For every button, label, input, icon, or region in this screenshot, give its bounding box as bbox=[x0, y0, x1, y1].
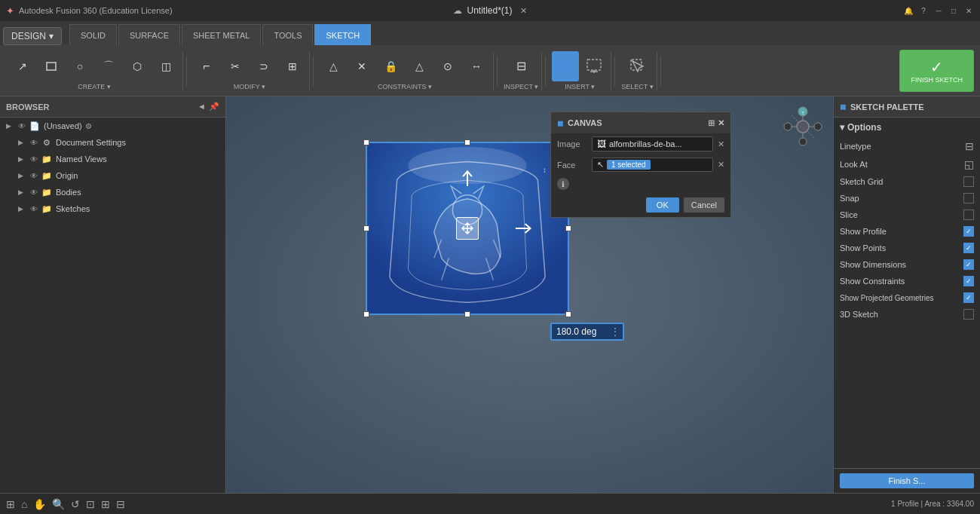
sketch-grid-checkbox[interactable] bbox=[963, 176, 974, 187]
inspect-label[interactable]: INSPECT ▾ bbox=[504, 83, 538, 90]
extend-tool[interactable]: ⊃ bbox=[250, 51, 277, 81]
notification-icon[interactable]: 🔔 bbox=[903, 5, 914, 16]
palette-finish-btn[interactable]: Finish S... bbox=[840, 473, 974, 488]
eye-icon[interactable]: 👁 bbox=[30, 139, 38, 147]
line-tool[interactable]: ↗ bbox=[9, 51, 36, 81]
zoom-icon[interactable]: 🔍 bbox=[52, 498, 65, 510]
eye-icon[interactable]: 👁 bbox=[30, 188, 38, 197]
coincident-tool[interactable]: △ bbox=[320, 51, 347, 81]
fillet-tool[interactable]: ⌐ bbox=[193, 51, 220, 81]
tab-tools[interactable]: TOOLS bbox=[262, 24, 313, 45]
handle-tl[interactable] bbox=[363, 139, 369, 145]
design-dropdown[interactable]: DESIGN ▾ bbox=[3, 27, 62, 45]
home-icon[interactable]: ⌂ bbox=[21, 498, 27, 510]
constraints-label[interactable]: CONSTRAINTS ▾ bbox=[378, 83, 432, 90]
show-dimensions-checkbox[interactable] bbox=[963, 259, 974, 270]
dimension-tool[interactable]: ↔ bbox=[463, 51, 490, 81]
handle-bl[interactable] bbox=[363, 311, 369, 317]
browser-collapse-icon[interactable]: ◄ bbox=[198, 102, 206, 112]
snap-checkbox[interactable] bbox=[963, 193, 974, 203]
unsaved-settings-icon[interactable]: ⚙ bbox=[85, 122, 92, 130]
move-handle[interactable] bbox=[456, 217, 479, 240]
canvas-image-container[interactable]: ↕ bbox=[366, 142, 569, 315]
tab-surface[interactable]: SURFACE bbox=[118, 24, 180, 45]
grid-icon[interactable]: ⊡ bbox=[86, 498, 95, 510]
tangent-tool[interactable]: △ bbox=[406, 51, 433, 81]
help-icon[interactable]: ? bbox=[918, 5, 929, 16]
cancel-button[interactable]: Cancel bbox=[684, 197, 724, 213]
eye-icon[interactable]: 👁 bbox=[30, 172, 38, 180]
face-clear-icon[interactable]: ✕ bbox=[718, 160, 724, 170]
show-projected-checkbox[interactable] bbox=[963, 292, 974, 303]
show-constraints-checkbox[interactable] bbox=[963, 276, 974, 286]
selected-badge: 1 selected bbox=[607, 160, 651, 170]
degree-menu-icon[interactable]: ⋮ bbox=[608, 326, 623, 337]
handle-left[interactable] bbox=[363, 225, 369, 231]
image-clear-icon[interactable]: ✕ bbox=[718, 139, 724, 149]
circle-tool[interactable]: ○ bbox=[66, 51, 93, 81]
lock-tool[interactable]: 🔒 bbox=[377, 51, 404, 81]
mirror-tool[interactable]: ⊞ bbox=[279, 51, 306, 81]
insert-label[interactable]: INSERT ▾ bbox=[565, 83, 595, 90]
eye-icon[interactable]: 👁 bbox=[18, 122, 26, 130]
close-tab-icon[interactable]: ✕ bbox=[520, 6, 527, 16]
browser-item-named-views[interactable]: ▶ 👁 📁 Named Views bbox=[0, 151, 225, 167]
offset-tool[interactable]: ◫ bbox=[152, 51, 179, 81]
insert-image-tool[interactable] bbox=[552, 51, 579, 81]
polygon-tool[interactable]: ⬡ bbox=[124, 51, 151, 81]
nav-cube-icon[interactable]: ⊞ bbox=[6, 498, 15, 510]
tab-sketch[interactable]: SKETCH bbox=[314, 24, 371, 45]
select-tool[interactable] bbox=[624, 51, 651, 81]
create-label[interactable]: CREATE ▾ bbox=[78, 83, 110, 90]
pan-icon[interactable]: ✋ bbox=[33, 498, 46, 510]
show-profile-checkbox[interactable] bbox=[963, 226, 974, 237]
equal-tool[interactable]: ⊙ bbox=[434, 51, 461, 81]
trim-tool[interactable]: ✂ bbox=[222, 51, 249, 81]
image-input[interactable]: 🖼 alfombrillas-de-ba... bbox=[592, 136, 713, 151]
finish-sketch-btn[interactable]: ✓ FINISH SKETCH bbox=[899, 50, 974, 92]
orbit-icon[interactable]: ↺ bbox=[71, 498, 80, 510]
look-at-icon[interactable]: ◱ bbox=[964, 158, 974, 170]
tab-solid[interactable]: SOLID bbox=[69, 24, 117, 45]
slice-checkbox[interactable] bbox=[963, 210, 974, 220]
close-btn[interactable]: ✕ bbox=[963, 5, 974, 16]
insert-dxf-tool[interactable] bbox=[580, 51, 608, 81]
select-label[interactable]: SELECT ▾ bbox=[621, 83, 653, 90]
eye-icon[interactable]: 👁 bbox=[30, 155, 38, 164]
browser-item-unsaved[interactable]: ▶ 👁 📄 (Unsaved) ⚙ bbox=[0, 118, 225, 134]
browser-item-bodies[interactable]: ▶ 👁 📁 Bodies bbox=[0, 184, 225, 200]
ok-button[interactable]: OK bbox=[646, 197, 679, 213]
collinear-tool[interactable]: ✕ bbox=[348, 51, 375, 81]
minimize-btn[interactable]: ─ bbox=[933, 5, 944, 16]
face-input[interactable]: ↖ 1 selected bbox=[592, 158, 713, 172]
view-gizmo[interactable]: T bbox=[780, 104, 825, 179]
handle-br[interactable] bbox=[565, 311, 571, 317]
canvas-area[interactable]: ↕ ◼ CANVAS ⊞ ✕ Image 🖼 alfombrillas-de-b… bbox=[226, 96, 833, 493]
dialog-expand-icon[interactable]: ⊞ bbox=[708, 118, 715, 128]
handle-right[interactable] bbox=[565, 225, 571, 231]
modify-group: ⌐ ✂ ⊃ ⊞ MODIFY ▾ bbox=[190, 51, 310, 90]
info-icon[interactable]: ℹ bbox=[557, 178, 569, 190]
view-icon[interactable]: ⊞ bbox=[101, 498, 110, 510]
handle-top[interactable] bbox=[464, 139, 470, 145]
browser-item-sketches[interactable]: ▶ 👁 📁 Sketches bbox=[0, 200, 225, 217]
arrow-icon: ▶ bbox=[18, 205, 27, 213]
degree-field[interactable] bbox=[552, 324, 605, 339]
rect-tool[interactable] bbox=[38, 51, 65, 81]
eye-icon[interactable]: 👁 bbox=[30, 205, 38, 213]
3d-sketch-checkbox[interactable] bbox=[963, 309, 974, 320]
browser-item-doc-settings[interactable]: ▶ 👁 ⚙ Document Settings bbox=[0, 134, 225, 151]
display-icon[interactable]: ⊟ bbox=[116, 498, 125, 510]
modify-label[interactable]: MODIFY ▾ bbox=[234, 83, 265, 90]
measure-tool[interactable]: ⊟ bbox=[507, 51, 534, 81]
arc-tool[interactable]: ⌒ bbox=[95, 51, 122, 81]
browser-pin-icon[interactable]: 📌 bbox=[209, 102, 219, 112]
options-title[interactable]: ▾ Options bbox=[840, 122, 974, 133]
tab-sheet-metal[interactable]: SHEET METAL bbox=[182, 24, 261, 45]
handle-bottom[interactable] bbox=[464, 311, 470, 317]
browser-item-origin[interactable]: ▶ 👁 📁 Origin bbox=[0, 167, 225, 184]
linetype-icon[interactable]: ⊟ bbox=[965, 140, 974, 152]
maximize-btn[interactable]: □ bbox=[948, 5, 959, 16]
show-points-checkbox[interactable] bbox=[963, 243, 974, 253]
dialog-close-icon[interactable]: ✕ bbox=[718, 118, 724, 128]
